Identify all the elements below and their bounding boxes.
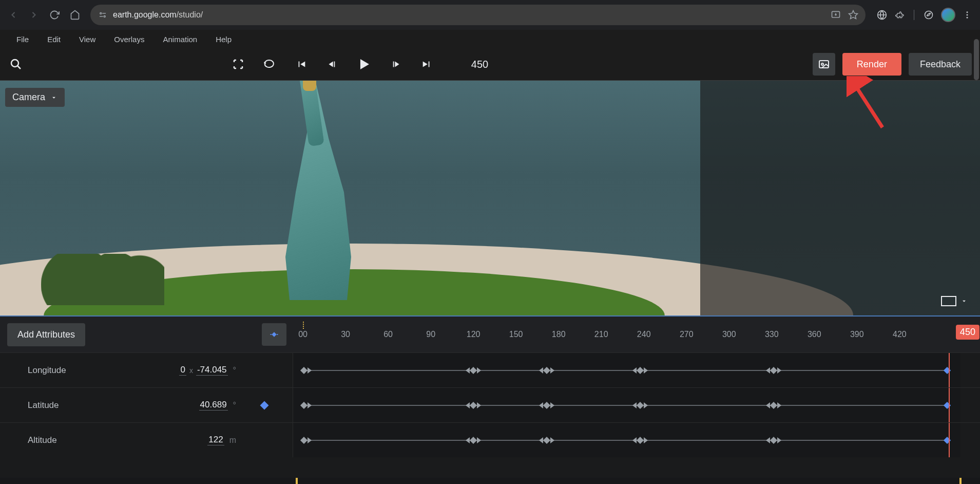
keyframe-node[interactable] [632,367,648,374]
range-start-marker[interactable] [303,322,304,329]
camera-dropdown[interactable]: Camera [5,88,65,107]
timeline-row: Latitude40.689° [0,387,980,422]
aspect-rect-icon [941,296,956,306]
keyframe-node[interactable] [539,402,554,408]
keyframe-node[interactable] [632,437,648,443]
crop-mask-right [700,81,980,315]
menu-view[interactable]: View [70,32,105,47]
keyframe-node[interactable] [301,367,312,374]
playhead-badge[interactable]: 450 [956,325,979,340]
divider [914,10,914,20]
ruler-tick: 360 [808,330,821,339]
keyframe-node[interactable] [632,402,648,408]
browser-toolbar: earth.google.com/studio/ [0,0,980,30]
step-back-button[interactable] [325,59,337,70]
app-menu-bar: FileEditViewOverlaysAnimationHelp [0,30,980,48]
attr-offset[interactable]: 0 [179,365,186,376]
menu-overlays[interactable]: Overlays [105,32,153,47]
menu-animation[interactable]: Animation [153,32,206,47]
ruler-tick: 330 [765,330,779,339]
keyframe-master-button[interactable] [262,323,286,346]
fullscreen-button[interactable] [232,58,244,70]
ruler-tick: 420 [893,330,907,339]
skip-end-button[interactable] [421,59,432,70]
svg-point-7 [925,11,933,19]
address-bar[interactable]: earth.google.com/studio/ [90,5,866,25]
ruler-tick: 150 [509,330,523,339]
svg-point-10 [967,17,968,18]
keyframe-node[interactable] [466,402,481,408]
svg-point-16 [821,63,823,65]
back-button[interactable] [4,6,23,24]
range-marker-start[interactable] [296,478,298,484]
ruler-tick: 30 [341,330,350,339]
loop-button[interactable] [263,59,277,70]
chevron-down-icon [960,297,968,305]
svg-rect-13 [334,62,335,67]
keyframe-track[interactable] [293,353,960,387]
menu-edit[interactable]: Edit [38,32,70,47]
ruler-tick: 210 [594,330,608,339]
extensions-icon[interactable] [894,10,905,20]
profile-avatar[interactable] [941,8,955,22]
play-button[interactable] [355,55,373,73]
reload-button[interactable] [45,6,64,24]
ruler-tick: 60 [383,330,393,339]
render-button[interactable]: Render [842,53,901,76]
timeline-header: Add Attributes 450 003060901201501802102… [0,317,980,352]
timeline-ruler[interactable]: 450 003060901201501802102402703003303603… [293,317,980,352]
keyframe-node[interactable] [466,437,481,443]
range-marker-end[interactable] [959,478,962,484]
keyframe-track[interactable] [293,388,960,422]
playhead-line[interactable] [949,353,950,387]
home-button[interactable] [66,6,84,24]
svg-rect-19 [277,334,278,335]
keyframe-node[interactable] [301,402,312,408]
attr-label: Latitude [28,400,199,411]
skip-start-button[interactable] [296,59,307,70]
keyframe-toggle[interactable] [236,402,293,408]
keyframe-node[interactable] [766,437,781,443]
camera-label: Camera [12,92,45,103]
attr-value[interactable]: 122 [207,435,224,445]
playhead-line[interactable] [949,423,950,457]
timeline-bottom-bar [0,478,980,484]
svg-rect-14 [393,62,394,67]
player-controls: 450 [232,55,488,73]
add-attributes-button[interactable]: Add Attributes [7,323,85,346]
frame-counter[interactable]: 450 [471,59,488,70]
search-button[interactable] [8,57,24,72]
snapshot-button[interactable] [813,53,835,76]
attr-value[interactable]: 40.689 [199,400,228,411]
svg-rect-17 [272,332,276,337]
keyframe-node[interactable] [466,367,481,374]
leaf-extension-icon[interactable] [924,10,934,20]
ruler-tick: 120 [467,330,481,339]
app-toolbar: 450 Render Feedback [0,48,980,80]
keyframe-node[interactable] [766,402,781,408]
step-forward-button[interactable] [391,59,402,70]
viewport[interactable]: Camera [0,80,980,317]
playhead-line[interactable] [949,388,950,422]
site-settings-icon[interactable] [98,10,108,20]
ruler-tick: 180 [552,330,566,339]
menu-file[interactable]: File [7,32,38,47]
globe-icon[interactable] [877,10,887,20]
forward-button[interactable] [25,6,43,24]
attr-label: Altitude [28,435,207,445]
keyframe-node[interactable] [301,437,312,443]
keyframe-track[interactable] [293,423,960,457]
keyframe-node[interactable] [539,367,554,374]
menu-help[interactable]: Help [206,32,241,47]
bookmark-icon[interactable] [848,10,858,20]
chrome-menu-icon[interactable] [963,10,972,20]
aspect-dropdown[interactable] [941,296,968,306]
keyframe-node[interactable] [766,367,781,374]
timeline-row: Longitude0x-74.045° [0,352,980,387]
keyframe-node[interactable] [539,437,554,443]
feedback-button[interactable]: Feedback [909,53,972,76]
attr-value[interactable]: -74.045 [196,365,228,376]
svg-point-8 [967,11,968,13]
url-text: earth.google.com/studio/ [113,10,203,20]
install-icon[interactable] [831,10,841,20]
